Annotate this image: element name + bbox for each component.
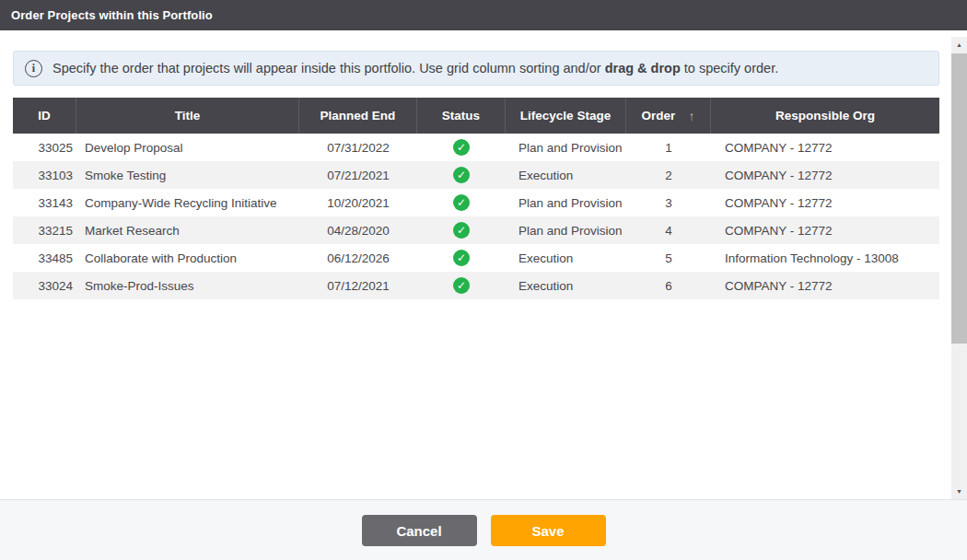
status-ok-icon: ✓ <box>453 194 470 211</box>
column-header-title[interactable]: Title <box>76 98 299 134</box>
column-header-planned-end[interactable]: Planned End <box>299 98 417 134</box>
cell-lifecycle-stage: Execution <box>506 161 626 189</box>
cell-status: ✓ <box>417 161 506 189</box>
table-row[interactable]: 33143Company-Wide Recycling Initiative10… <box>13 189 939 216</box>
cancel-button[interactable]: Cancel <box>362 515 477 546</box>
cell-lifecycle-stage: Plan and Provision <box>506 134 626 161</box>
cell-status: ✓ <box>417 244 506 272</box>
cell-order: 4 <box>626 216 711 244</box>
cell-lifecycle-stage: Plan and Provision <box>506 189 626 216</box>
status-ok-icon: ✓ <box>453 250 470 266</box>
sort-ascending-icon: ↑ <box>688 109 694 123</box>
cell-responsible-org: COMPANY - 12772 <box>711 134 939 161</box>
table-row[interactable]: 33025Develop Proposal07/31/2022✓Plan and… <box>13 134 939 161</box>
table-row[interactable]: 33103Smoke Testing07/21/2021✓Execution2C… <box>13 161 939 189</box>
table-row[interactable]: 33485Collaborate with Production06/12/20… <box>13 244 939 272</box>
projects-grid: ID Title Planned End Status Lifecycle St… <box>13 98 939 299</box>
cell-title: Smoke Testing <box>76 161 299 189</box>
cell-id: 33143 <box>13 189 76 216</box>
scroll-down-icon[interactable]: ▼ <box>951 484 967 499</box>
modal-footer: Cancel Save <box>0 499 967 560</box>
vertical-scrollbar[interactable]: ▲ ▼ <box>951 37 967 499</box>
column-header-responsible-org[interactable]: Responsible Org <box>711 98 939 134</box>
scrollbar-thumb[interactable] <box>951 53 967 344</box>
info-banner: i Specify the order that projects will a… <box>13 51 939 86</box>
cell-planned-end: 10/20/2021 <box>299 189 417 216</box>
cell-responsible-org: COMPANY - 12772 <box>711 216 939 244</box>
modal-titlebar: Order Projects within this Portfolio <box>0 0 967 30</box>
table-row[interactable]: 33215Market Research04/28/2020✓Plan and … <box>13 216 939 244</box>
column-header-order[interactable]: Order ↑ <box>626 98 711 134</box>
cell-planned-end: 07/31/2022 <box>299 134 417 161</box>
cell-title: Collaborate with Production <box>76 244 299 272</box>
column-header-id[interactable]: ID <box>13 98 76 134</box>
cell-status: ✓ <box>417 272 506 299</box>
cell-id: 33485 <box>13 244 76 272</box>
cell-id: 33024 <box>13 272 76 299</box>
cell-title: Develop Proposal <box>76 134 299 161</box>
modal-title: Order Projects within this Portfolio <box>11 8 213 22</box>
cell-id: 33103 <box>13 161 76 189</box>
cell-order: 2 <box>626 161 711 189</box>
table-body: 33025Develop Proposal07/31/2022✓Plan and… <box>13 134 939 299</box>
save-button[interactable]: Save <box>491 515 606 546</box>
cell-title: Company-Wide Recycling Initiative <box>76 189 299 216</box>
cell-title: Smoke-Prod-Issues <box>76 272 299 299</box>
modal-body: i Specify the order that projects will a… <box>0 30 967 499</box>
status-ok-icon: ✓ <box>453 167 470 183</box>
status-ok-icon: ✓ <box>453 139 470 156</box>
cell-planned-end: 04/28/2020 <box>299 216 417 244</box>
table-row[interactable]: 33024Smoke-Prod-Issues07/12/2021✓Executi… <box>13 272 939 299</box>
cell-planned-end: 06/12/2026 <box>299 244 417 272</box>
cell-id: 33025 <box>13 134 76 161</box>
cell-lifecycle-stage: Plan and Provision <box>506 216 626 244</box>
status-ok-icon: ✓ <box>453 277 470 294</box>
cell-order: 5 <box>626 244 711 272</box>
info-banner-text: Specify the order that projects will app… <box>52 61 778 76</box>
info-icon: i <box>25 60 42 77</box>
scroll-up-icon[interactable]: ▲ <box>951 37 967 52</box>
cell-lifecycle-stage: Execution <box>506 272 626 299</box>
cell-order: 6 <box>626 272 711 299</box>
cell-status: ✓ <box>417 189 506 216</box>
cell-lifecycle-stage: Execution <box>506 244 626 272</box>
column-header-lifecycle-stage[interactable]: Lifecycle Stage <box>506 98 626 134</box>
cell-order: 3 <box>626 189 711 216</box>
cell-planned-end: 07/21/2021 <box>299 161 417 189</box>
cell-order: 1 <box>626 134 711 161</box>
info-banner-bold-text: drag & drop <box>605 61 681 76</box>
cell-responsible-org: COMPANY - 12772 <box>711 189 939 216</box>
cell-status: ✓ <box>417 216 506 244</box>
cell-planned-end: 07/12/2021 <box>299 272 417 299</box>
cell-responsible-org: COMPANY - 12772 <box>711 272 939 299</box>
cell-responsible-org: Information Technology - 13008 <box>711 244 939 272</box>
status-ok-icon: ✓ <box>453 222 470 239</box>
cell-id: 33215 <box>13 216 76 244</box>
column-header-status[interactable]: Status <box>417 98 506 134</box>
cell-responsible-org: COMPANY - 12772 <box>711 161 939 189</box>
cell-title: Market Research <box>76 216 299 244</box>
cell-status: ✓ <box>417 134 506 161</box>
grid-header-row: ID Title Planned End Status Lifecycle St… <box>13 98 939 134</box>
